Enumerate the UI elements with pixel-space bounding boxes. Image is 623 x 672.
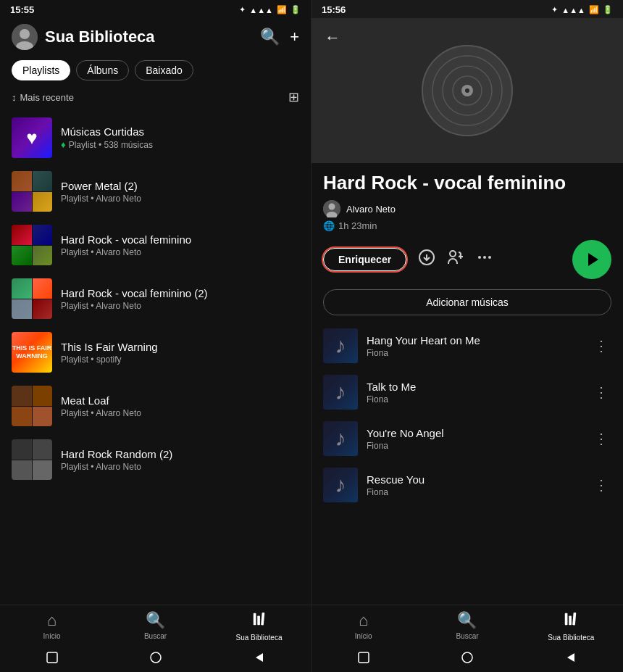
status-icons-right: ✦ ▲▲▲ 📶 🔋 bbox=[551, 5, 613, 14]
search-nav-icon: 🔍 bbox=[146, 611, 165, 630]
liked-songs-info: Músicas Curtidas ♦ Playlist • 538 música… bbox=[61, 125, 299, 150]
filter-playlists[interactable]: Playlists bbox=[12, 60, 70, 80]
signal-icon: ▲▲▲ bbox=[249, 6, 273, 14]
filter-baixado[interactable]: Baixado bbox=[135, 60, 193, 80]
playlist-meta: Playlist • Alvaro Neto bbox=[61, 408, 299, 418]
playlist-name: Hard Rock - vocal feminino (2) bbox=[61, 287, 299, 299]
download-button[interactable] bbox=[418, 249, 435, 270]
song-info-angel: You're No Angel Fiona bbox=[367, 427, 582, 451]
hard-rock-fem2-info: Hard Rock - vocal feminino (2) Playlist … bbox=[61, 287, 299, 311]
vinyl-artwork bbox=[420, 43, 514, 138]
svg-rect-27 bbox=[569, 615, 572, 625]
svg-point-24 bbox=[488, 256, 491, 259]
sort-arrows-icon: ↕ bbox=[12, 92, 17, 103]
playlist-meta: Playlist • Alvaro Neto bbox=[61, 194, 299, 204]
nav-inicio-label: Início bbox=[43, 632, 61, 640]
svg-rect-4 bbox=[257, 615, 260, 625]
nav-buscar-label-right: Buscar bbox=[456, 632, 478, 640]
add-songs-button[interactable]: Adicionar músicas bbox=[323, 289, 611, 315]
play-button[interactable] bbox=[572, 240, 611, 279]
circle-btn-right[interactable] bbox=[459, 649, 476, 666]
list-item[interactable]: THIS IS FAIR WARNING This Is Fair Warnin… bbox=[12, 325, 299, 379]
square-btn[interactable] bbox=[43, 649, 61, 666]
battery-icon: 🔋 bbox=[290, 5, 301, 14]
song-item[interactable]: ♪ You're No Angel Fiona ⋮ bbox=[323, 415, 611, 462]
status-bar-left: 15:55 ✦ ▲▲▲ 📶 🔋 bbox=[0, 0, 311, 18]
svg-rect-28 bbox=[572, 613, 576, 626]
enrich-button[interactable]: Enriquecer bbox=[323, 248, 406, 271]
nav-inicio-right[interactable]: ⌂ Início bbox=[312, 611, 415, 640]
wifi-icon-right: 📶 bbox=[589, 5, 599, 14]
square-btn-right[interactable] bbox=[355, 649, 372, 666]
library-title: Sua Biblioteca bbox=[45, 28, 155, 46]
globe-icon: 🌐 bbox=[323, 220, 335, 231]
nav-buscar-right[interactable]: 🔍 Buscar bbox=[415, 611, 519, 640]
song-more-button[interactable]: ⋮ bbox=[591, 334, 611, 357]
song-item[interactable]: ♪ Talk to Me Fiona ⋮ bbox=[323, 369, 611, 415]
svg-marker-25 bbox=[588, 253, 598, 266]
grid-view-icon[interactable]: ⊞ bbox=[288, 89, 299, 105]
hard-rock2-thumb bbox=[12, 278, 52, 319]
back-triangle-btn[interactable] bbox=[251, 649, 268, 666]
fair-warning-thumb: THIS IS FAIR WARNING bbox=[12, 332, 52, 373]
battery-icon-right: 🔋 bbox=[603, 5, 613, 14]
playlist-name: Hard Rock - vocal feminino bbox=[61, 233, 299, 246]
list-item[interactable]: Hard Rock - vocal feminino (2) Playlist … bbox=[12, 272, 299, 325]
circle-btn[interactable] bbox=[147, 649, 164, 666]
status-icons-left: ✦ ▲▲▲ 📶 🔋 bbox=[239, 5, 301, 14]
back-triangle-btn-right[interactable] bbox=[562, 649, 580, 666]
more-options-button[interactable] bbox=[476, 249, 493, 270]
song-list: ♪ Hang Your Heart on Me Fiona ⋮ ♪ Talk t… bbox=[323, 323, 611, 515]
bluetooth-icon: ✦ bbox=[239, 5, 246, 14]
search-button[interactable]: 🔍 bbox=[260, 28, 280, 46]
song-item[interactable]: ♪ Rescue You Fiona ⋮ bbox=[323, 462, 611, 508]
song-artist: Fiona bbox=[367, 487, 582, 497]
playlist-list: ♥ Músicas Curtidas ♦ Playlist • 538 músi… bbox=[0, 111, 311, 605]
list-item[interactable]: Hard Rock Random (2) Playlist • Alvaro N… bbox=[12, 433, 299, 486]
playlist-name: Músicas Curtidas bbox=[61, 125, 299, 138]
svg-point-16 bbox=[329, 204, 335, 210]
song-more-button[interactable]: ⋮ bbox=[591, 427, 611, 450]
fair-warning-info: This Is Fair Warning Playlist • spotify bbox=[61, 341, 299, 365]
home-icon-right: ⌂ bbox=[359, 611, 368, 630]
song-more-button[interactable]: ⋮ bbox=[591, 473, 611, 497]
sort-label[interactable]: ↕ Mais recente bbox=[12, 92, 74, 103]
filter-albums[interactable]: Álbuns bbox=[76, 60, 129, 80]
header-actions: 🔍 + bbox=[260, 28, 299, 46]
song-info-talk: Talk to Me Fiona bbox=[367, 381, 582, 405]
nav-inicio-left[interactable]: ⌂ Início bbox=[0, 611, 104, 640]
song-name: Hang Your Heart on Me bbox=[367, 334, 582, 347]
svg-point-23 bbox=[483, 256, 486, 259]
svg-rect-26 bbox=[565, 613, 568, 626]
nav-buscar-label: Buscar bbox=[144, 632, 167, 640]
nav-buscar-left[interactable]: 🔍 Buscar bbox=[104, 611, 207, 640]
header-title-group: Sua Biblioteca bbox=[12, 24, 155, 50]
status-time-left: 15:55 bbox=[10, 4, 34, 15]
wifi-icon: 📶 bbox=[277, 5, 287, 14]
nav-biblioteca-right[interactable]: Sua Biblioteca bbox=[519, 611, 623, 642]
song-item[interactable]: ♪ Hang Your Heart on Me Fiona ⋮ bbox=[323, 323, 611, 369]
nav-biblioteca-left[interactable]: Sua Biblioteca bbox=[207, 611, 311, 642]
song-artist: Fiona bbox=[367, 348, 582, 358]
back-button[interactable]: ← bbox=[322, 25, 343, 50]
green-dot-icon: ♦ bbox=[61, 139, 66, 150]
playlist-name: This Is Fair Warning bbox=[61, 341, 299, 353]
user-avatar[interactable] bbox=[12, 24, 38, 50]
playlist-name: Meat Loaf bbox=[61, 394, 299, 407]
meat-loaf-info: Meat Loaf Playlist • Alvaro Neto bbox=[61, 394, 299, 418]
list-item[interactable]: Power Metal (2) Playlist • Alvaro Neto bbox=[12, 165, 299, 218]
list-item[interactable]: ♥ Músicas Curtidas ♦ Playlist • 538 músi… bbox=[12, 111, 299, 165]
add-button[interactable]: + bbox=[290, 28, 299, 46]
add-user-button[interactable] bbox=[447, 249, 464, 270]
svg-rect-3 bbox=[253, 613, 256, 626]
signal-icon-right: ▲▲▲ bbox=[561, 6, 585, 14]
nav-biblioteca-label: Sua Biblioteca bbox=[236, 634, 283, 642]
list-item[interactable]: Meat Loaf Playlist • Alvaro Neto bbox=[12, 379, 299, 433]
left-panel: 15:55 ✦ ▲▲▲ 📶 🔋 Sua Biblioteca 🔍 + P bbox=[0, 0, 312, 672]
song-artist: Fiona bbox=[367, 441, 582, 451]
actions-row: Enriquecer bbox=[323, 240, 611, 279]
song-info-rescue: Rescue You Fiona bbox=[367, 473, 582, 497]
song-more-button[interactable]: ⋮ bbox=[591, 381, 611, 404]
list-item[interactable]: Hard Rock - vocal feminino Playlist • Al… bbox=[12, 218, 299, 272]
song-info-hang: Hang Your Heart on Me Fiona bbox=[367, 334, 582, 358]
